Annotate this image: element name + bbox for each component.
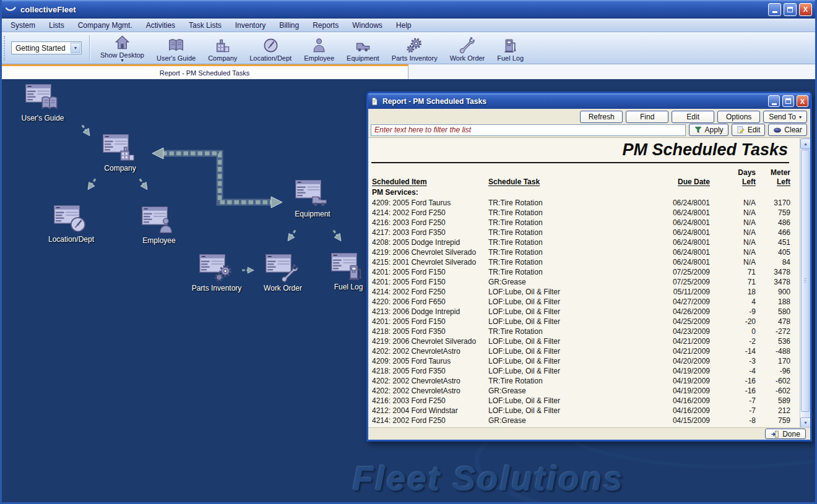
col-meter-left-header[interactable]: Left [756,177,790,188]
person-icon [311,37,327,54]
table-row[interactable]: 4212: 2004 Ford WindstarLOF:Lube, Oil & … [368,406,810,416]
table-row[interactable]: 4214: 2002 Ford F250GR:Grease04/15/2009-… [368,416,810,425]
table-row[interactable]: 4218: 2005 Ford F350LOF:Lube, Oil & Filt… [368,366,810,376]
wrench-icon [280,264,299,283]
report-button-refresh[interactable]: Refresh [580,111,623,123]
title-rule [371,162,789,163]
report-window-title: Report - PM Scheduled Tasks [383,97,766,106]
minimize-icon[interactable] [768,3,781,16]
report-button-send-to[interactable]: Send To▾ [763,111,807,123]
menu-item-company-mgmt[interactable]: Company Mgmt. [71,19,139,32]
desktop-icon-location-dept[interactable]: Location/Dept [37,205,105,244]
table-row[interactable]: 4217: 2003 Ford F350TR:Tire Rotation06/2… [368,228,810,237]
wrench-icon [459,37,475,54]
group-row-pm-services: PM Services: [368,188,810,198]
table-row[interactable]: 4202: 2002 ChevroletAstroLOF:Lube, Oil &… [368,346,810,356]
col-days-left-header[interactable]: Left [710,177,756,188]
close-icon[interactable]: X [799,3,812,16]
desktop-icon-label: Work Order [264,284,302,293]
close-icon[interactable]: X [797,95,808,107]
table-row[interactable]: 4216: 2003 Ford F250TR:Tire Rotation06/2… [368,218,810,228]
desktop-icon-parts-inventory[interactable]: Parts Inventory [183,254,251,293]
menu-item-help[interactable]: Help [389,19,418,32]
menu-item-system[interactable]: System [4,19,42,32]
sphere-logo-icon [5,4,16,15]
funnel-icon [694,126,702,134]
desktop-icon-company[interactable]: Company [86,134,154,173]
arrow-equipment-to-fuellog-icon [331,228,344,243]
table-row[interactable]: 4216: 2003 Ford F250LOF:Lube, Oil & Filt… [368,396,810,406]
desktop-icon-equipment[interactable]: Equipment [279,180,347,218]
chevron-down-icon[interactable]: ▼ [71,43,80,53]
menu-item-reports[interactable]: Reports [306,19,345,32]
maximize-icon[interactable] [784,3,797,16]
desktop-icon-label: Fuel Log [334,283,363,291]
table-row[interactable]: 4208: 2005 Dodge IntrepidTR:Tire Rotatio… [368,237,810,247]
table-row[interactable]: 4201: 2005 Ford F150LOF:Lube, Oil & Filt… [368,317,810,327]
table-row[interactable]: 4214: 2002 Ford F250TR:Tire Rotation06/2… [368,208,810,218]
report-title: PM Scheduled Tasks [368,138,810,161]
menu-item-inventory[interactable]: Inventory [228,19,272,32]
menu-item-billing[interactable]: Billing [272,19,306,32]
desktop-icon-users-guide[interactable]: User's Guide [9,84,77,122]
table-row[interactable]: 4218: 2005 Ford F350TR:Tire Rotation04/2… [368,327,810,336]
application-window: collectiveFleet X SystemListsCompany Mgm… [0,0,817,504]
report-button-options[interactable]: Options [717,111,760,123]
menu-item-activities[interactable]: Activities [139,19,182,32]
toolbar-button-location-dept[interactable]: Location/Dept [244,35,297,64]
desktop-icon-label: Employee [142,236,175,245]
toolbar-button-show-desktop[interactable]: Show Desktop▾ [95,32,150,64]
report-button-find[interactable]: Find [626,111,668,123]
toolbar-button-work-order[interactable]: Work Order [444,35,491,64]
table-row[interactable]: 4220: 2006 Ford F650LOF:Lube, Oil & Filt… [368,297,810,307]
report-titlebar[interactable]: Report - PM Scheduled Tasks X [368,93,810,109]
getting-started-combobox[interactable]: Getting Started ▼ [11,41,82,54]
tab-report-pm-scheduled-tasks[interactable]: Report - PM Scheduled Tasks [1,64,408,79]
col-scheduled-item-header[interactable]: Scheduled Item [372,177,488,188]
table-row[interactable]: 4209: 2005 Ford TaurusLOF:Lube, Oil & Fi… [368,356,810,366]
table-row[interactable]: 4219: 2006 Chevrolet SilveradoLOF:Lube, … [368,336,810,346]
toolbar-button-equipment[interactable]: Equipment [341,35,385,64]
toolbar-button-company[interactable]: Company [202,35,243,64]
main-toolbar: Getting Started ▼ Show Desktop▾User's Gu… [0,32,817,64]
filter-input[interactable] [371,124,686,136]
edit-filter-button[interactable]: Edit [732,124,766,136]
clear-filter-button[interactable]: Clear [768,124,807,136]
toolbar-button-parts-inventory[interactable]: Parts Inventory [386,35,443,64]
col-days-header: Days [710,168,756,177]
maximize-icon[interactable] [782,95,794,107]
report-window: Report - PM Scheduled Tasks X RefreshFin… [366,92,812,442]
table-row[interactable]: 4215: 2001 Chevrolet SilveradoTR:Tire Ro… [368,257,810,267]
menu-item-task-lists[interactable]: Task Lists [182,19,228,32]
chevron-down-icon: ▾ [799,114,802,120]
vertical-scrollbar[interactable]: ▲ ▼ [800,138,810,429]
minimize-icon[interactable] [768,95,780,107]
done-button[interactable]: Done [765,429,806,439]
scroll-down-icon[interactable]: ▼ [800,417,810,428]
table-row[interactable]: 4209: 2005 Ford TaurusTR:Tire Rotation06… [368,198,810,208]
col-due-date-header[interactable]: Due Date [637,177,710,188]
scrollbar-thumb[interactable] [801,150,810,412]
toolbar-grip[interactable] [4,36,7,61]
desktop-icon-employee[interactable]: Employee [125,207,193,245]
scroll-up-icon[interactable]: ▲ [800,139,810,149]
table-row[interactable]: 4214: 2002 Ford F250LOF:Lube, Oil & Filt… [368,287,810,297]
apply-filter-button[interactable]: Apply [689,124,728,136]
truck-icon [310,190,329,208]
menu-item-lists[interactable]: Lists [42,19,71,32]
table-row[interactable]: 4202: 2002 ChevroletAstroGR:Grease04/19/… [368,386,810,396]
toolbar-button-fuel-log[interactable]: Fuel Log [491,35,529,64]
menu-item-windows[interactable]: Windows [345,19,389,32]
report-button-edit[interactable]: Edit [672,111,714,123]
table-row[interactable]: 4219: 2006 Chevrolet SilveradoTR:Tire Ro… [368,247,810,257]
table-row[interactable]: 4201: 2005 Ford F150TR:Tire Rotation07/2… [368,267,810,277]
toolbar-button-users-guide[interactable]: User's Guide [151,35,201,64]
table-row[interactable]: 4201: 2005 Ford F150GR:Grease07/25/20097… [368,277,810,287]
toolbar-button-employee[interactable]: Employee [298,35,340,64]
arrow-company-to-employee-icon [137,177,150,192]
table-row[interactable]: 4213: 2006 Dodge IntrepidLOF:Lube, Oil &… [368,307,810,317]
table-row[interactable]: 4202: 2002 ChevroletAstroTR:Tire Rotatio… [368,376,810,386]
desktop-icon-work-order[interactable]: Work Order [249,254,317,293]
gauge-icon [69,215,87,234]
col-schedule-task-header[interactable]: Schedule Task [488,177,637,188]
